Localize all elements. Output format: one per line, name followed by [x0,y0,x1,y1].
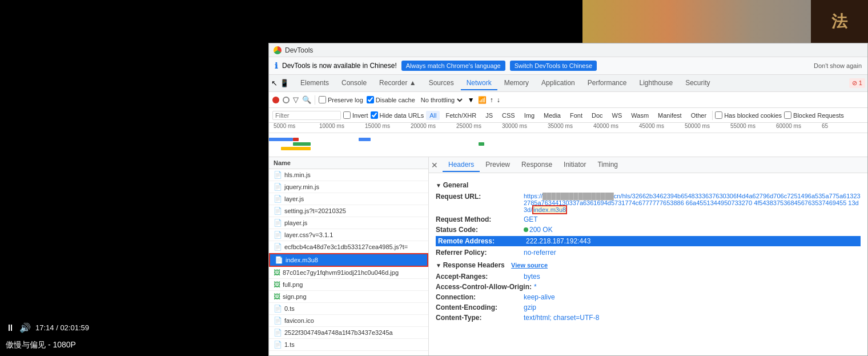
invert-label[interactable]: Invert [343,111,368,119]
filter-icon[interactable]: ▽ [293,95,299,104]
access-control-value: * [534,283,537,291]
hide-data-urls-checkbox[interactable] [371,111,378,119]
tab-timing[interactable]: Timing [592,158,624,172]
match-language-button[interactable]: Always match Chrome's language [401,61,505,71]
file-item-favicon[interactable]: 📄 favicon.ico [269,315,428,327]
cursor-icon[interactable]: ↖ [271,79,278,87]
devtools-title: DevTools [285,46,313,54]
filter-other-button[interactable]: Other [688,111,710,120]
network-icon: 📶 [478,96,487,104]
device-icon[interactable]: 📱 [280,79,289,87]
filter-img-button[interactable]: Img [521,111,538,120]
file-item-hash[interactable]: 📄 2522f304749a4748a1f47b3437e3245a [269,327,428,339]
tab-memory[interactable]: Memory [499,77,535,90]
filter-font-button[interactable]: Font [566,111,586,120]
filter-input[interactable] [272,111,341,120]
tab-network[interactable]: Network [461,77,497,90]
remote-address-value: 222.218.187.192:443 [526,237,590,245]
file-item-ecfbcb[interactable]: 📄 ecfbcb4ca48d7e3c1db533127cea4985.js?t= [269,241,428,253]
tab-application[interactable]: Application [536,77,581,90]
tab-elements[interactable]: Elements [295,77,335,90]
file-item-jpg[interactable]: 🖼 87c01ec7gy1fqhvm91iodj21hc0u046d.jpg [269,267,428,279]
tab-response[interactable]: Response [516,158,558,172]
filter-fetch-xhr-button[interactable]: Fetch/XHR [442,111,480,120]
img-icon: 🖼 [274,281,280,289]
filter-js-button[interactable]: JS [482,111,496,120]
ruler-mark-5: 25000 ms [456,123,502,129]
error-badge: ⊘ 1 [849,78,865,88]
filter-all-button[interactable]: All [426,111,440,120]
file-item-setting[interactable]: 📄 setting.js?t=20210325 [269,205,428,217]
filter-media-button[interactable]: Media [540,111,564,120]
volume-icon[interactable]: 🔊 [19,322,31,333]
referrer-policy-row: Referrer Policy: no-referrer [436,247,861,258]
video-controls: ⏸ 🔊 17:14 / 02:01:59 [6,322,89,333]
has-blocked-label[interactable]: Has blocked cookies [715,111,782,119]
has-blocked-checkbox[interactable] [715,111,722,119]
ruler-mark-12: 60000 ms [776,123,822,129]
play-pause-icon[interactable]: ⏸ [6,323,15,333]
tab-security[interactable]: Security [680,77,716,90]
notification-bar: ℹ DevTools is now available in Chinese! … [269,57,867,75]
file-name: 87c01ec7gy1fqhvm91iodj21hc0u046d.jpg [283,269,399,276]
content-encoding-value: gzip [524,303,536,311]
close-details-button[interactable]: ✕ [431,161,438,170]
ruler-mark-2: 10000 ms [319,123,365,129]
upload-icon[interactable]: ↑ [490,96,493,104]
filter-manifest-button[interactable]: Manifest [654,111,685,120]
filter-doc-button[interactable]: Doc [588,111,606,120]
dont-show-button[interactable]: Don't show again [814,62,862,69]
file-item-1ts[interactable]: 📄 1.ts [269,339,428,351]
tab-lighthouse[interactable]: Lighthouse [633,77,678,90]
file-item-hls[interactable]: 📄 hls.min.js [269,169,428,181]
content-encoding-key: Content-Encoding: [436,303,521,311]
connection-key: Connection: [436,293,521,301]
throttle-arrow-icon: ▼ [468,96,475,104]
filter-css-button[interactable]: CSS [499,111,519,120]
file-item-player[interactable]: 📄 player.js [269,217,428,229]
filter-wasm-button[interactable]: Wasm [628,111,652,120]
file-item-0ts[interactable]: 📄 0.ts [269,303,428,315]
tab-headers[interactable]: Headers [443,158,480,172]
record-button[interactable] [272,97,279,103]
remote-address-key: Remote Address: [438,237,524,245]
ruler-mark-13: 65 [822,123,867,129]
blocked-req-checkbox[interactable] [784,111,791,119]
file-item-layer[interactable]: 📄 layer.js [269,193,428,205]
preserve-log-label[interactable]: Preserve log [319,96,363,103]
blocked-req-label[interactable]: Blocked Requests [784,111,844,119]
stop-button[interactable] [283,97,290,103]
search-icon[interactable]: 🔍 [302,95,311,104]
access-control-key: Access-Control-Allow-Origin: [436,283,532,291]
disable-cache-label[interactable]: Disable cache [367,96,415,103]
tab-recorder[interactable]: Recorder ▲ [373,77,422,90]
file-item-index-m3u8[interactable]: 📄 index.m3u8 [269,253,428,267]
invert-checkbox[interactable] [343,111,351,119]
devtools-tab-bar: ↖ 📱 Elements Console Recorder ▲ Sources … [269,75,867,92]
file-item-jquery[interactable]: 📄 jquery.min.js [269,181,428,193]
file-name: hls.min.js [284,171,311,178]
tab-preview[interactable]: Preview [480,158,516,172]
referrer-policy-key: Referrer Policy: [436,249,521,257]
remote-address-row: Remote Address: 222.218.187.192:443 [436,236,861,246]
download-icon[interactable]: ↓ [497,96,500,104]
file-item-sign-png[interactable]: 🖼 sign.png [269,291,428,303]
tab-initiator[interactable]: Initiator [558,158,592,172]
filter-ws-button[interactable]: WS [609,111,626,120]
disable-cache-checkbox[interactable] [367,96,374,103]
content-encoding-row: Content-Encoding: gzip [436,302,861,313]
file-item-layer-css[interactable]: 📄 layer.css?v=3.1.1 [269,229,428,241]
tab-sources[interactable]: Sources [423,77,460,90]
tab-performance[interactable]: Performance [582,77,633,90]
view-source-link[interactable]: View source [511,262,548,269]
preserve-log-checkbox[interactable] [319,96,326,103]
status-code-value: 200 OK [524,226,553,234]
hide-data-urls-label[interactable]: Hide data URLs [371,111,424,119]
file-list-panel: Name 📄 hls.min.js 📄 jquery.min.js 📄 laye… [269,157,429,355]
file-item-full-png[interactable]: 🖼 full.png [269,279,428,291]
filter-bar: Invert Hide data URLs All Fetch/XHR JS C… [269,108,867,123]
throttling-select[interactable]: No throttling [419,96,464,104]
switch-chinese-button[interactable]: Switch DevTools to Chinese [510,61,597,71]
file-list-header: Name [269,157,428,169]
tab-console[interactable]: Console [336,77,372,90]
